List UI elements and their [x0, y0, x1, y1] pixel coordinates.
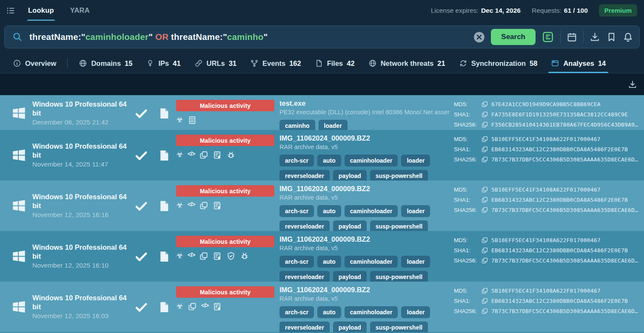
tag-payload[interactable]: payload: [333, 322, 367, 332]
hash-value: EB68314323ABC12C2380DBB0CDA8A5486F2E0E7B: [491, 146, 628, 152]
report-file-icon[interactable]: [158, 250, 171, 263]
query-builder-icon[interactable]: [541, 31, 554, 43]
analysis-row[interactable]: Windows 10 Professional 64 bitDecember 0…: [0, 95, 644, 130]
copy-hash-icon[interactable]: [481, 146, 488, 153]
pin-icon: [146, 59, 154, 68]
export-results-icon[interactable]: [628, 80, 637, 89]
copy-hash-icon[interactable]: [481, 297, 488, 305]
analysis-row[interactable]: Windows 10 Professional 64 bitNovember 1…: [0, 181, 644, 231]
windows-logo-icon: [11, 198, 27, 214]
tag-reverseloader[interactable]: reverseloader: [279, 170, 330, 181]
nav-tab-yara[interactable]: YARA: [69, 0, 91, 21]
tab-label: Files: [327, 59, 343, 68]
copy-hash-icon[interactable]: [481, 186, 488, 193]
biohazard-icon: ☣: [176, 150, 183, 160]
analysis-row[interactable]: Windows 10 Professional 64 bitNovember 1…: [0, 282, 644, 332]
tab-overview[interactable]: Overview: [6, 54, 63, 73]
tag-reverseloader[interactable]: reverseloader: [279, 322, 330, 332]
copy-hash-icon[interactable]: [481, 257, 488, 264]
tag-loader[interactable]: loader: [401, 155, 430, 166]
tag-loader[interactable]: loader: [401, 256, 430, 268]
tab-count: 42: [347, 59, 354, 68]
query-part-plain: ": [81, 32, 85, 42]
tag-reverseloader[interactable]: reverseloader: [279, 271, 330, 282]
notifications-bell-icon[interactable]: [623, 32, 633, 42]
tag-auto[interactable]: auto: [317, 155, 341, 166]
tag-loader[interactable]: loader: [401, 205, 430, 217]
report-file-icon[interactable]: [158, 107, 171, 120]
tag-susp-powershell[interactable]: susp-powershell: [370, 220, 428, 231]
tag-list: arch-scrautocaminholoaderloaderreverselo…: [279, 306, 450, 332]
copy-hash-icon[interactable]: [481, 101, 488, 108]
copy-hash-icon[interactable]: [481, 121, 488, 128]
copy-hash-icon[interactable]: [481, 247, 488, 254]
file-name[interactable]: test.exe: [279, 99, 450, 108]
analysis-row[interactable]: Windows 10 Professional 64 bitNovember 1…: [0, 231, 644, 282]
tag-susp-powershell[interactable]: susp-powershell: [370, 170, 428, 181]
report-file-icon[interactable]: [158, 199, 171, 213]
calendar-icon[interactable]: [567, 32, 577, 42]
tag-reverseloader[interactable]: reverseloader: [279, 220, 330, 231]
tag-arch-scr[interactable]: arch-scr: [279, 205, 314, 217]
menu-icon[interactable]: [6, 6, 15, 15]
copy-hash-icon[interactable]: [481, 287, 488, 294]
requests-counter: Requests:61 / 100: [532, 7, 588, 14]
tag-arch-scr[interactable]: arch-scr: [279, 306, 314, 318]
tag-auto[interactable]: auto: [317, 256, 341, 268]
tag-payload[interactable]: payload: [333, 271, 367, 282]
copy-hash-icon[interactable]: [481, 237, 488, 244]
tag-auto[interactable]: auto: [317, 205, 341, 217]
file-name[interactable]: IMG_11062024_000009.BZ2: [279, 134, 450, 143]
tag-arch-scr[interactable]: arch-scr: [279, 256, 314, 268]
clear-search-icon[interactable]: [473, 31, 485, 43]
tab-domains[interactable]: Domains15: [72, 54, 139, 73]
os-name: Windows 10 Professional 64 bit: [32, 142, 127, 160]
search-button[interactable]: Search: [491, 29, 536, 45]
tag-payload[interactable]: payload: [333, 170, 367, 181]
divider: [560, 31, 561, 43]
tag-arch-scr[interactable]: arch-scr: [279, 155, 314, 166]
download-icon[interactable]: [590, 32, 600, 42]
copy-hash-icon[interactable]: [481, 156, 488, 163]
report-file-icon[interactable]: [158, 149, 171, 162]
tab-urls[interactable]: URLs31: [188, 54, 243, 73]
tab-synchronization[interactable]: Synchronization58: [452, 54, 544, 73]
tag-susp-powershell[interactable]: susp-powershell: [370, 271, 428, 282]
file-name[interactable]: IMG_11062024_000009.BZ2: [279, 184, 450, 193]
copy-icon: [199, 201, 208, 210]
hash-line: SHA256:7B73C7B37DBFC5CC4306B5D3085AAAA63…: [454, 257, 644, 264]
tag-caminholoader[interactable]: caminholoader: [345, 205, 398, 217]
tab-files[interactable]: Files42: [308, 54, 362, 73]
copy-hash-icon[interactable]: [481, 135, 488, 143]
tab-network-threats[interactable]: Network threats21: [362, 54, 452, 73]
tag-caminholoader[interactable]: caminholoader: [345, 306, 398, 318]
tag-caminholoader[interactable]: caminholoader: [345, 256, 398, 268]
tag-caminho[interactable]: caminho: [279, 120, 315, 131]
report-file-icon[interactable]: [158, 300, 171, 314]
file-name[interactable]: IMG_11062024_000009.BZ2: [279, 285, 450, 294]
tag-caminholoader[interactable]: caminholoader: [345, 155, 398, 166]
search-input[interactable]: threatName:"caminholoader" OR threatName…: [29, 32, 468, 42]
tab-ips[interactable]: IPs41: [139, 54, 187, 73]
tab-events[interactable]: Events162: [243, 54, 308, 73]
file-name[interactable]: IMG_11062024_000009.BZ2: [279, 235, 450, 244]
os-name: Windows 10 Professional 64 bit: [32, 293, 127, 311]
analysis-row[interactable]: Windows 10 Professional 64 bitNovember 1…: [0, 130, 644, 181]
tag-loader[interactable]: loader: [319, 120, 348, 131]
search-icon: [12, 32, 23, 42]
tag-susp-powershell[interactable]: susp-powershell: [370, 322, 428, 332]
tag-auto[interactable]: auto: [317, 306, 341, 318]
copy-hash-icon[interactable]: [481, 111, 488, 118]
results-toolbar: [0, 73, 644, 95]
hash-line: MD5:5B10EFF5EC41F34108A622F017000467: [454, 237, 644, 244]
copy-hash-icon[interactable]: [481, 196, 488, 203]
tag-payload[interactable]: payload: [333, 220, 367, 231]
tab-analyses[interactable]: Analyses14: [544, 54, 613, 73]
copy-hash-icon[interactable]: [481, 206, 488, 214]
bookmark-icon[interactable]: [606, 32, 617, 42]
nav-tab-lookup[interactable]: Lookup: [27, 0, 55, 21]
copy-hash-icon[interactable]: [481, 308, 488, 315]
hash-line: MD5:67E42A1CC9D1949D9CA9BB5C8BB69CEA: [454, 101, 644, 108]
verdict-badge: Malicious activity: [176, 135, 274, 146]
tag-loader[interactable]: loader: [401, 306, 430, 318]
